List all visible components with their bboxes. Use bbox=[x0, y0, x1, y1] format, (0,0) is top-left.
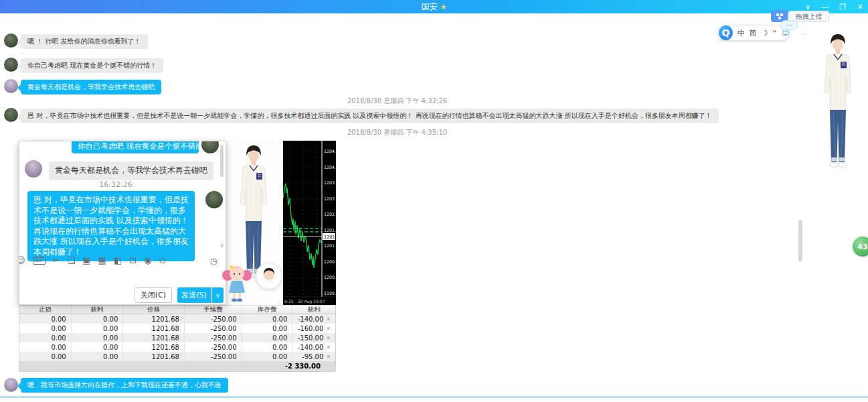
time-axis-label: 9:35 bbox=[284, 299, 294, 304]
scroll-down-icon[interactable]: ∨ bbox=[220, 242, 224, 249]
chat-message: 嗯，我等市场选择方向在操作，上和下我现在还看不透，心我不急 bbox=[21, 378, 228, 393]
collapse-panel-icon[interactable]: ︿ bbox=[800, 29, 806, 38]
price-axis-label: 1202. bbox=[324, 212, 336, 216]
table-cell: -150.00✕ bbox=[292, 333, 335, 342]
column-header[interactable]: 库存费 bbox=[242, 306, 293, 314]
timestamp: 2018/8/30 星期四 下午 4:32:26 bbox=[0, 96, 794, 106]
shake-icon[interactable]: ▣ bbox=[82, 255, 90, 265]
close-order-icon[interactable]: ✕ bbox=[326, 335, 331, 341]
screen-share-icon[interactable]: ◧ bbox=[114, 255, 122, 265]
close-order-icon[interactable]: ✕ bbox=[326, 326, 331, 332]
price-axis-label: 1201. bbox=[324, 243, 336, 248]
table-cell: 0.00 bbox=[72, 352, 124, 361]
history-icon[interactable]: ◷ bbox=[210, 256, 218, 266]
current-price-label: 1201. bbox=[324, 234, 336, 240]
column-header[interactable]: 价格 bbox=[123, 306, 185, 314]
avatar[interactable] bbox=[4, 378, 18, 392]
price-axis-label: 1200. bbox=[324, 259, 336, 264]
qq-show-character bbox=[808, 31, 867, 192]
table-row: 0.000.001201.68-250.000.00-150.00✕ bbox=[19, 333, 335, 342]
column-header[interactable]: 获利 bbox=[292, 306, 335, 314]
dialog-scrollbar-thumb[interactable] bbox=[220, 145, 224, 177]
chat-scrollbar-thumb[interactable] bbox=[798, 220, 802, 261]
ime-punctuation-toggle[interactable]: ❜❜ bbox=[773, 29, 777, 36]
column-header[interactable]: 获利 bbox=[72, 306, 124, 314]
voice-icon[interactable]: ◉ bbox=[144, 255, 151, 265]
table-cell: -160.00✕ bbox=[292, 324, 335, 333]
more-icon[interactable]: ⊙ bbox=[159, 255, 166, 265]
chat-message: 嗯 ！ 行吧 发给你的消息你也看到了！ bbox=[21, 34, 148, 49]
close-order-icon[interactable]: ✕ bbox=[326, 316, 331, 322]
chat-message: 黄金每天都是机会，等我学会技术再去碰吧 bbox=[21, 80, 161, 94]
table-cell: 1201.68 bbox=[123, 333, 185, 342]
table-cell: -250.00 bbox=[185, 342, 242, 352]
ime-toolbar: Q 中 简 ☽ ❜❜ ☺ bbox=[717, 25, 790, 41]
table-cell: 1201.68 bbox=[123, 352, 185, 361]
table-cell: -250.00 bbox=[185, 352, 242, 361]
table-cell: 1201.68 bbox=[123, 342, 185, 352]
ime-logo[interactable]: Q bbox=[719, 25, 733, 40]
price-axis-label: 1203. bbox=[324, 196, 336, 201]
trade-table-total: -2 330.00 bbox=[19, 361, 335, 371]
ime-simplified-toggle[interactable]: 简 bbox=[750, 28, 757, 38]
table-row: 0.000.001201.68-250.000.00-95.00✕ bbox=[19, 352, 335, 361]
table-cell: 0.00 bbox=[242, 324, 293, 333]
table-cell: -140.00✕ bbox=[292, 314, 335, 324]
table-cell: -250.00 bbox=[185, 324, 242, 333]
hide-window-button[interactable]: ∨ bbox=[804, 3, 812, 11]
trade-table-body: 0.000.001201.68-250.000.00-140.00✕0.000.… bbox=[19, 314, 335, 361]
table-cell: -140.00✕ bbox=[292, 342, 335, 352]
close-order-icon[interactable]: ✕ bbox=[326, 344, 331, 350]
star-icon: ★ bbox=[440, 3, 447, 11]
dialog-partial-bubble: 你自己考虑吧 现在黄金是个挺不错的行情！ bbox=[72, 141, 199, 153]
table-cell: -95.00✕ bbox=[292, 352, 335, 361]
table-cell: 0.00 bbox=[72, 314, 124, 324]
table-cell: 0.00 bbox=[242, 352, 293, 361]
timestamp: 2018/8/30 星期四 下午 4:35:10 bbox=[0, 128, 794, 137]
dialog-toolbar: ☺GIF✂❏▣▦◧⊡◉⊙ bbox=[19, 255, 166, 265]
ime-more-button[interactable]: ⋯ bbox=[780, 20, 798, 30]
table-cell: 0.00 bbox=[72, 324, 124, 333]
avatar bbox=[201, 141, 219, 153]
minimize-button[interactable]: — bbox=[821, 3, 829, 11]
gif-icon[interactable]: GIF bbox=[33, 257, 46, 265]
close-order-icon[interactable]: ✕ bbox=[326, 354, 331, 360]
close-button[interactable]: ✕ bbox=[856, 3, 864, 11]
table-cell: 0.00 bbox=[19, 314, 72, 324]
file-assistant-icon[interactable]: ⊡ bbox=[129, 255, 137, 265]
avatar[interactable] bbox=[4, 108, 18, 122]
table-cell: 0.00 bbox=[72, 333, 124, 342]
close-dialog-button[interactable]: 关闭(C) bbox=[135, 287, 172, 303]
price-axis-label: 1204. bbox=[324, 149, 336, 153]
image-icon[interactable]: ▦ bbox=[98, 255, 106, 265]
price-chart: 1204.1204.1203.1203.1202.1201.1201.1200.… bbox=[283, 141, 336, 305]
column-header[interactable]: 手续费 bbox=[185, 306, 242, 314]
avatar bbox=[205, 191, 223, 208]
avatar[interactable] bbox=[4, 79, 18, 93]
table-cell: -250.00 bbox=[185, 333, 242, 342]
dialog-gray-bubble: 黄金每天都是机会，等我学会技术再去碰吧 bbox=[49, 161, 213, 180]
window-title: 国安 bbox=[422, 1, 438, 13]
table-cell: 0.00 bbox=[242, 342, 293, 352]
table-cell: 0.00 bbox=[19, 324, 72, 333]
table-cell: 0.00 bbox=[242, 333, 293, 342]
table-cell: 0.00 bbox=[19, 352, 72, 361]
avatar[interactable] bbox=[4, 34, 18, 48]
restore-button[interactable]: ❐ bbox=[839, 3, 847, 11]
send-button[interactable]: 发送(S) bbox=[177, 287, 211, 303]
ime-night-mode-icon[interactable]: ☽ bbox=[762, 29, 768, 38]
send-picture-dialog: 你自己考虑吧 现在黄金是个挺不错的行情！ 黄金每天都是机会，等我学会技术再去碰吧… bbox=[19, 141, 226, 305]
table-cell: 1201.68 bbox=[123, 324, 185, 333]
file-icon[interactable]: ❏ bbox=[68, 255, 76, 265]
title-bar: 国安 ★ ∨ — ❐ ✕ bbox=[0, 0, 868, 13]
emoji-icon[interactable]: ☺ bbox=[19, 255, 25, 265]
circle-avatar[interactable] bbox=[256, 263, 282, 289]
column-header[interactable]: 止损 bbox=[19, 306, 72, 314]
anime-girl-sticker bbox=[222, 262, 252, 304]
screenshot-icon[interactable]: ✂ bbox=[53, 255, 60, 265]
trade-table-header: 止损获利价格手续费库存费获利 bbox=[19, 306, 335, 314]
dialog-blue-bubble: 恩 对，毕竟在市场中技术也很重要，但是技术不是说一朝一夕就能学会，学懂的，很多技… bbox=[27, 191, 195, 261]
table-cell: 0.00 bbox=[19, 342, 72, 352]
ime-lang-toggle[interactable]: 中 bbox=[737, 28, 745, 38]
avatar[interactable] bbox=[4, 58, 18, 72]
